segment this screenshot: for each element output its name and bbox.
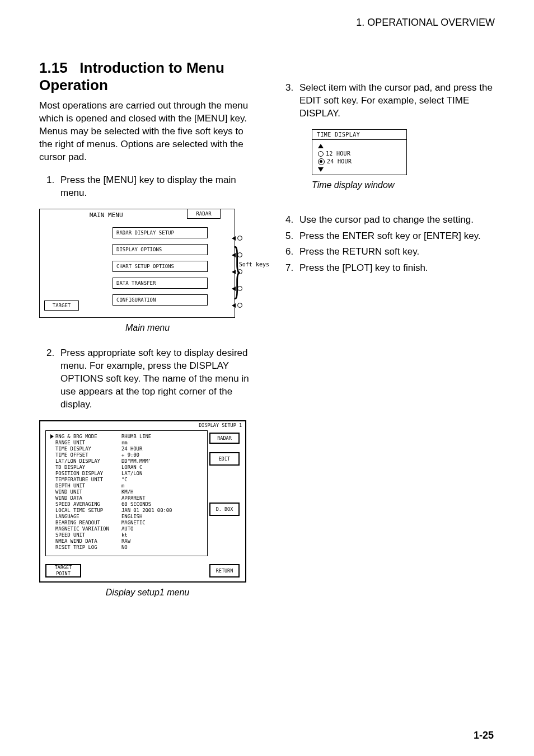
time-display-header: TIME DISPLAY: [312, 130, 406, 140]
do-row[interactable]: NMEA WIND DATARAW: [50, 538, 203, 544]
section-number: 1.15: [39, 59, 68, 76]
mm-btn-0[interactable]: RADAR DISPLAY SETUP: [113, 227, 208, 238]
do-soft-radar-btn[interactable]: RADAR: [209, 433, 240, 444]
step-2: Press appropriate soft key to display de…: [57, 347, 256, 411]
mm-btn-1[interactable]: DISPLAY OPTIONS: [113, 244, 208, 255]
do-row[interactable]: WIND DATAAPPARENT: [50, 495, 203, 501]
do-row[interactable]: RANGE UNITnm: [50, 439, 203, 445]
mm-target-btn[interactable]: TARGET: [44, 300, 79, 311]
mm-btn-2[interactable]: CHART SETUP OPTIONS: [113, 261, 208, 272]
do-row[interactable]: SPEED AVERAGING60 SECONDS: [50, 501, 203, 507]
softkeys-label: Soft keys: [239, 261, 269, 267]
step-4: Use the cursor pad to change the setting…: [296, 214, 495, 227]
intro-paragraph: Most operations are carried out through …: [39, 100, 256, 164]
display-options-panel: DISPLAY SETUP 1 RNG & BRG MODERHUMB LINE…: [39, 420, 246, 583]
right-column: Select item with the cursor pad, and pre…: [278, 54, 495, 612]
display-options-inner: RNG & BRG MODERHUMB LINE RANGE UNITnm TI…: [45, 430, 208, 556]
do-row[interactable]: LAT/LON DISPLAYDD°MM.MMM': [50, 458, 203, 464]
do-row[interactable]: WIND UNITKM/H: [50, 489, 203, 495]
do-soft-dbox-btn[interactable]: D. BOX: [209, 503, 240, 516]
steps-list-right-1: Select item with the cursor pad, and pre…: [278, 82, 495, 120]
do-row[interactable]: TIME OFFSET+ 9:00: [50, 452, 203, 458]
mm-btn-4[interactable]: CONFIGURATION: [113, 294, 208, 306]
do-row[interactable]: MAGNETIC VARIATIONAUTO: [50, 525, 203, 532]
do-row[interactable]: POSITION DISPLAYLAT/LON: [50, 470, 203, 476]
page-header: 1. OPERATIONAL OVERVIEW: [39, 17, 495, 29]
cursorpad-caption: Time display window: [312, 180, 495, 191]
step-5: Press the ENTER soft key or [ENTER] key.: [296, 230, 495, 243]
do-row[interactable]: RESET TRIP LOGNO: [50, 544, 203, 550]
step-6: Press the RETURN soft key.: [296, 246, 495, 259]
step-7: Press the [PLOT] key to finish.: [296, 262, 495, 275]
display-options-caption: Display setup1 menu: [39, 587, 256, 599]
section-heading: 1.15 Introduction to Menu Operation: [39, 59, 256, 94]
do-row[interactable]: LOCAL TIME SETUPJAN 01 2001 00:00: [50, 507, 203, 513]
triangle-right-icon: [50, 434, 54, 439]
triangle-up-icon[interactable]: [318, 144, 324, 148]
radio-unselected-icon[interactable]: [318, 151, 324, 157]
mm-btn-3[interactable]: DATA TRANSFER: [113, 278, 208, 289]
radio-selected-icon[interactable]: [318, 158, 325, 165]
option-24hour: 24 HOUR: [327, 158, 352, 165]
do-row[interactable]: LANGUAGEENGLISH: [50, 513, 203, 519]
step-3: Select item with the cursor pad, and pre…: [296, 82, 495, 120]
do-row[interactable]: SPEED UNITkt: [50, 532, 203, 538]
do-row[interactable]: RNG & BRG MODERHUMB LINE: [50, 433, 203, 439]
main-menu-radar-tab: RADAR: [187, 209, 221, 219]
time-display-window: TIME DISPLAY 12 HOUR 24 HOUR: [312, 129, 407, 175]
do-row[interactable]: TD DISPLAYLORAN C: [50, 464, 203, 470]
triangle-down-icon[interactable]: [318, 167, 324, 172]
do-row[interactable]: TIME DISPLAY24 HOUR: [50, 445, 203, 452]
option-12hour: 12 HOUR: [326, 151, 350, 157]
steps-list-right-2: Use the cursor pad to change the setting…: [278, 214, 495, 275]
step-1: Press the [MENU] key to display the main…: [57, 174, 256, 200]
main-menu-panel: MAIN MENU RADAR RADAR DISPLAY SETUP DISP…: [39, 209, 235, 318]
cursorpad-figure: TIME DISPLAY 12 HOUR 24 HOUR Time displa…: [278, 129, 495, 191]
do-soft-return-btn[interactable]: RETURN: [209, 564, 240, 577]
brace-icon: }: [232, 232, 242, 307]
page-number: 1-25: [474, 730, 494, 741]
do-row[interactable]: TEMPERATURE UNIT°C: [50, 476, 203, 482]
steps-list-left-1: Press the [MENU] key to display the main…: [39, 174, 256, 200]
menu-name-label: DISPLAY SETUP 1: [199, 422, 242, 428]
main-menu-caption: Main menu: [39, 322, 256, 334]
main-menu-figure: MAIN MENU RADAR RADAR DISPLAY SETUP DISP…: [39, 209, 256, 334]
do-row[interactable]: DEPTH UNITm: [50, 482, 203, 489]
main-menu-title: MAIN MENU: [90, 212, 123, 219]
display-options-figure: DISPLAY SETUP 1 RNG & BRG MODERHUMB LINE…: [39, 420, 256, 599]
do-target-point-btn[interactable]: TARGET POINT: [45, 564, 81, 577]
do-row[interactable]: BEARING READOUTMAGNETIC: [50, 519, 203, 525]
steps-list-left-2: Press appropriate soft key to display de…: [39, 347, 256, 411]
do-soft-edit-btn[interactable]: EDIT: [209, 452, 240, 466]
left-column: 1.15 Introduction to Menu Operation Most…: [39, 54, 256, 612]
